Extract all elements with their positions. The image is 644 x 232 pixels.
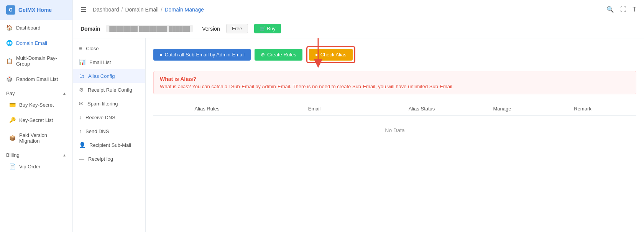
sidebar-item-paid-migration[interactable]: 📦 Paid Version Migration <box>3 128 72 148</box>
nav-spam-label: Spam filtering <box>87 101 118 107</box>
sidebar-item-domain-email[interactable]: 🌐 Domain Email <box>0 35 72 51</box>
version-label: Version <box>202 26 220 32</box>
info-text: What is alias? You can catch all Sub-Ema… <box>160 84 630 89</box>
billing-submenu: 📄 Vip Order <box>0 159 72 174</box>
left-nav: ≡ Close 📊 Email List 🗂 Alias Config ⚙ Re… <box>73 38 146 232</box>
create-rules-button[interactable]: ⊕ Create Rules <box>255 49 302 61</box>
expand-icon[interactable]: ⛶ <box>620 6 626 13</box>
nav-email-list[interactable]: 📊 Email List <box>73 55 145 69</box>
logo-icon: G <box>6 5 15 15</box>
table-header: Alias Rules Email Alias Status Manage Re… <box>153 102 636 116</box>
action-buttons: ● Catch all Sub-Email by Admin-Email ⊕ C… <box>153 46 636 63</box>
nav-receipt-log[interactable]: — Receipt log <box>73 152 145 166</box>
hamburger-icon[interactable]: ☰ <box>80 5 87 14</box>
breadcrumb-domain-email[interactable]: Domain Email <box>125 7 158 13</box>
nav-close-label: Close <box>86 46 99 51</box>
sidebar-item-random-email[interactable]: 🎲 Random Email List <box>0 71 72 87</box>
sidebar-item-label: Domain Email <box>16 40 47 46</box>
catch-all-icon: ● <box>159 52 163 58</box>
sidebar-item-label: Random Email List <box>16 76 58 82</box>
nav-receive-dns-label: Receive DNS <box>85 115 115 120</box>
info-box: What is Alias? What is alias? You can ca… <box>153 71 636 94</box>
sidebar-item-vip-order[interactable]: 📄 Vip Order <box>3 159 72 174</box>
nav-alias-config[interactable]: 🗂 Alias Config <box>73 69 145 83</box>
nav-receipt-rule-label: Receipt Rule Config <box>88 87 132 93</box>
nav-send-dns[interactable]: ↑ Send DNS <box>73 124 145 138</box>
sidebar-item-label: Paid Version Migration <box>19 132 66 144</box>
sidebar-group-pay[interactable]: Pay ▲ <box>0 87 72 97</box>
chevron-up-icon-billing: ▲ <box>62 153 66 157</box>
search-icon[interactable]: 🔍 <box>606 6 614 13</box>
nav-send-dns-label: Send DNS <box>85 128 109 134</box>
domain-bar: Domain ████████ ████████ ██████ Version … <box>73 19 644 38</box>
content-wrapper: ≡ Close 📊 Email List 🗂 Alias Config ⚙ Re… <box>73 38 644 232</box>
info-title: What is Alias? <box>160 76 630 82</box>
header: ☰ Dashboard / Domain Email / Domain Mana… <box>73 0 644 19</box>
sidebar-item-label: Dashboard <box>16 25 41 31</box>
receive-dns-icon: ↓ <box>79 114 82 120</box>
close-nav-icon: ≡ <box>79 45 82 51</box>
domain-email-icon: 🌐 <box>6 40 12 46</box>
rules-icon: ⊕ <box>261 52 265 58</box>
key-list-icon: 🔑 <box>9 117 15 123</box>
col-manage: Manage <box>475 106 529 112</box>
font-icon[interactable]: T <box>632 6 636 13</box>
pay-group-label: Pay <box>6 90 15 96</box>
recipient-sub-icon: 👤 <box>79 142 85 148</box>
alias-icon: ● <box>315 52 318 58</box>
receipt-rule-icon: ⚙ <box>79 87 84 93</box>
check-alias-highlight: ● Check Alias <box>306 46 355 63</box>
paid-migration-icon: 📦 <box>9 135 15 141</box>
sidebar-group-billing[interactable]: Billing ▲ <box>0 148 72 159</box>
right-content: ● Catch all Sub-Email by Admin-Email ⊕ C… <box>146 38 644 232</box>
col-alias-rules: Alias Rules <box>153 106 261 112</box>
nav-receive-dns[interactable]: ↓ Receive DNS <box>73 110 145 124</box>
nav-alias-config-label: Alias Config <box>88 73 115 79</box>
free-button[interactable]: Free <box>226 24 248 33</box>
breadcrumb-sep-1: / <box>122 7 123 13</box>
sidebar-item-dashboard[interactable]: 🏠 Dashboard <box>0 20 72 35</box>
check-alias-button[interactable]: ● Check Alias <box>309 49 353 61</box>
nav-close[interactable]: ≡ Close <box>73 41 145 55</box>
header-left: ☰ Dashboard / Domain Email / Domain Mana… <box>80 5 204 14</box>
vip-order-icon: 📄 <box>9 163 15 169</box>
domain-label: Domain <box>80 26 100 32</box>
header-right: 🔍 ⛶ T <box>606 6 636 13</box>
buy-key-icon: 💳 <box>9 102 15 108</box>
nav-email-list-label: Email List <box>89 59 111 65</box>
col-alias-status: Alias Status <box>368 106 475 112</box>
sidebar: G GetMX Home 🏠 Dashboard 🌐 Domain Email … <box>0 0 73 232</box>
logo[interactable]: G GetMX Home <box>0 0 72 20</box>
nav-recipient-sub[interactable]: 👤 Recipient Sub-Mail <box>73 138 145 152</box>
breadcrumb-domain-manage[interactable]: Domain Manage <box>164 7 204 13</box>
sidebar-item-multi-domain[interactable]: 📋 Multi-Domain Pay-Group <box>0 51 72 71</box>
sidebar-item-label: Buy Key-Secret <box>19 102 54 108</box>
table-no-data: No Data <box>153 116 636 145</box>
domain-value: ████████ ████████ ██████ <box>106 25 193 32</box>
col-remark: Remark <box>529 106 636 112</box>
breadcrumb-sep-2: / <box>161 7 163 13</box>
random-email-icon: 🎲 <box>6 76 12 82</box>
sidebar-item-label: Key-Secret List <box>19 117 53 123</box>
main-content: ☰ Dashboard / Domain Email / Domain Mana… <box>73 0 644 232</box>
billing-group-label: Billing <box>6 152 20 158</box>
alias-config-icon: 🗂 <box>79 73 84 79</box>
sidebar-item-key-list[interactable]: 🔑 Key-Secret List <box>3 112 72 128</box>
chevron-up-icon: ▲ <box>62 91 66 95</box>
nav-receipt-log-label: Receipt log <box>88 156 113 162</box>
sidebar-item-buy-key[interactable]: 💳 Buy Key-Secret <box>3 97 72 112</box>
breadcrumb: Dashboard / Domain Email / Domain Manage <box>93 7 204 13</box>
receipt-log-icon: — <box>79 156 84 162</box>
logo-text: GetMX Home <box>18 7 52 13</box>
buy-button[interactable]: 🛒 Buy <box>254 24 281 33</box>
dashboard-icon: 🏠 <box>6 25 12 31</box>
multi-domain-icon: 📋 <box>6 58 12 64</box>
catch-all-button[interactable]: ● Catch all Sub-Email by Admin-Email <box>153 49 251 61</box>
email-list-icon: 📊 <box>79 59 85 65</box>
sidebar-item-label: Vip Order <box>19 164 40 169</box>
send-dns-icon: ↑ <box>79 128 82 134</box>
nav-spam-filtering[interactable]: ✉ Spam filtering <box>73 97 145 110</box>
pay-submenu: 💳 Buy Key-Secret 🔑 Key-Secret List 📦 Pai… <box>0 97 72 148</box>
nav-receipt-rule[interactable]: ⚙ Receipt Rule Config <box>73 83 145 97</box>
breadcrumb-dashboard[interactable]: Dashboard <box>93 7 119 13</box>
